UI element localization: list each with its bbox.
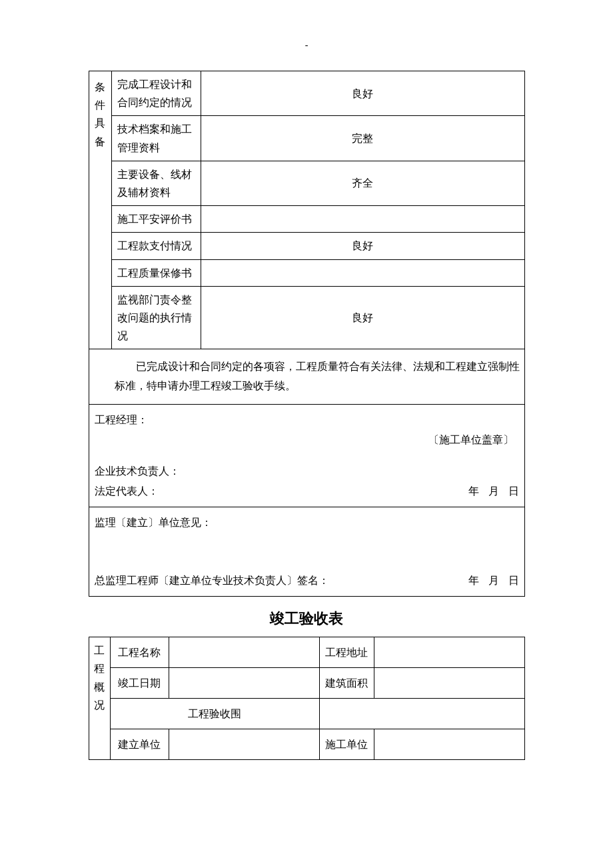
cond-label-6: 监视部门责令整改问题的执行情况 bbox=[111, 286, 201, 349]
tech-lead-label: 企业技术负责人： bbox=[95, 461, 519, 481]
t2-acceptance-scope-label: 工程验收围 bbox=[110, 699, 319, 729]
cond-label-4: 工程款支付情况 bbox=[111, 233, 201, 259]
supervision-opinion-label: 监理〔建立〕单位意见： bbox=[95, 513, 519, 533]
cond-value-6: 良好 bbox=[201, 286, 524, 349]
pm-label: 工程经理： bbox=[95, 410, 519, 430]
t2-construction-unit-value bbox=[169, 729, 319, 760]
signature-block-construction: 工程经理： 〔施工单位盖章〕 企业技术负责人： 法定代表人： 年月日 bbox=[89, 404, 524, 507]
t2-completion-date-label: 竣工日期 bbox=[110, 668, 169, 699]
t2-project-addr-label: 工程地址 bbox=[319, 637, 374, 668]
t2-builder-unit-value bbox=[374, 729, 524, 760]
t2-project-addr-value bbox=[374, 637, 524, 668]
t2-builder-unit-label: 施工单位 bbox=[319, 729, 374, 760]
statement-text: 已完成设计和合同约定的各项容，工程质量符合有关法律、法规和工程建立强制性标准，特… bbox=[92, 357, 522, 396]
cond-value-2: 齐全 bbox=[201, 161, 524, 205]
cond-label-5: 工程质量保修书 bbox=[111, 259, 201, 286]
t2-acceptance-scope-value bbox=[319, 699, 524, 729]
acceptance-table-title: 竣工验收表 bbox=[89, 609, 525, 629]
date-fields-2: 年月日 bbox=[459, 571, 519, 591]
cond-label-1: 技术档案和施工管理资料 bbox=[111, 116, 201, 161]
t2-completion-date-value bbox=[169, 668, 319, 699]
t2-building-area-label: 建筑面积 bbox=[319, 668, 374, 699]
date-fields-1: 年月日 bbox=[459, 481, 519, 501]
t2-project-name-label: 工程名称 bbox=[110, 637, 169, 668]
statement-cell: 已完成设计和合同约定的各项容，工程质量符合有关法律、法规和工程建立强制性标准，特… bbox=[89, 349, 524, 405]
cond-value-1: 完整 bbox=[201, 116, 524, 161]
conditions-table: 条件具备 完成工程设计和合同约定的情况 良好 技术档案和施工管理资料 完整 主要… bbox=[89, 71, 525, 597]
header-dash: - bbox=[89, 40, 525, 51]
overview-section-label: 工程概况 bbox=[89, 637, 110, 760]
document-page: - 条件具备 完成工程设计和合同约定的情况 良好 技术档案和施工管理资料 完整 … bbox=[89, 40, 525, 868]
t2-construction-unit-label: 建立单位 bbox=[110, 729, 169, 760]
cond-label-2: 主要设备、线材及辅材资料 bbox=[111, 161, 201, 205]
t2-project-name-value bbox=[169, 637, 319, 668]
legal-rep-label: 法定代表人： bbox=[95, 481, 159, 501]
signature-block-supervision: 监理〔建立〕单位意见： 总监理工程师〔建立单位专业技术负责人〕签名： 年月日 bbox=[89, 507, 524, 597]
acceptance-table: 工程概况 工程名称 工程地址 竣工日期 建筑面积 工程验收围 建立单位 施工单位 bbox=[89, 637, 525, 760]
cond-label-3: 施工平安评价书 bbox=[111, 206, 201, 233]
cond-value-4: 良好 bbox=[201, 233, 524, 259]
chief-engineer-sign-label: 总监理工程师〔建立单位专业技术负责人〕签名： bbox=[95, 571, 329, 591]
cond-value-5 bbox=[201, 259, 524, 286]
conditions-section-label: 条件具备 bbox=[89, 71, 111, 349]
cond-label-0: 完成工程设计和合同约定的情况 bbox=[111, 71, 201, 116]
cond-value-3 bbox=[201, 206, 524, 233]
cond-value-0: 良好 bbox=[201, 71, 524, 116]
t2-building-area-value bbox=[374, 668, 524, 699]
stamp-note: 〔施工单位盖章〕 bbox=[95, 430, 519, 450]
